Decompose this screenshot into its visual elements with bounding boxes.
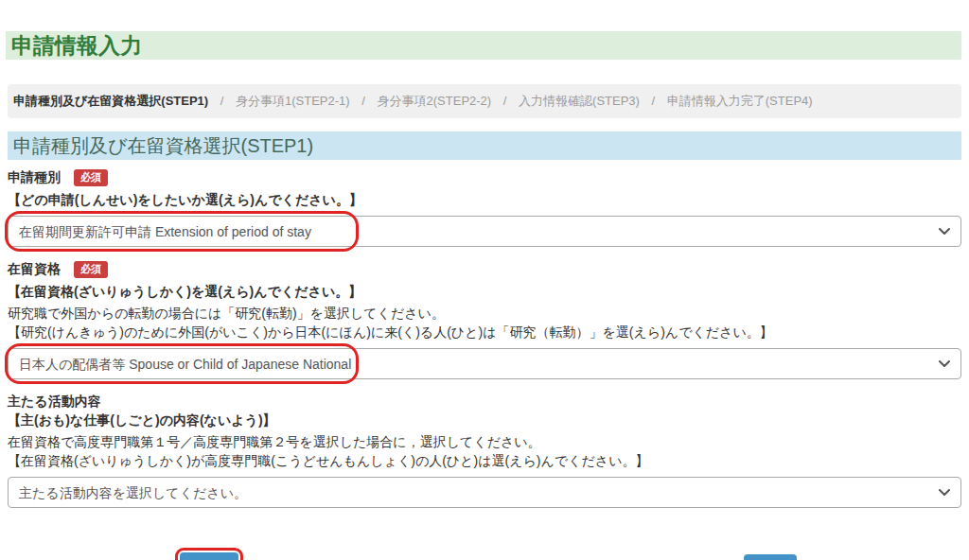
main-activity-note: 在留資格で高度専門職第１号／高度専門職第２号を選択した場合に，選択してください。 — [8, 434, 961, 450]
breadcrumb-separator: / — [503, 94, 507, 108]
field-main-activity: 主たる活動内容 【主(おも)な仕事(しごと)の内容(ないよう)】 在留資格で高度… — [8, 394, 961, 508]
application-info-page: 申請情報入力 申請種別及び在留資格選択(STEP1) / 身分事項1(STEP2… — [0, 31, 969, 560]
main-activity-note-furigana: 【在留資格(ざいりゅうしかく)が高度専門職(こうどせんもんしょく)の人(ひと)は… — [8, 453, 961, 469]
residence-status-select[interactable]: 日本人の配偶者等 Spouse or Child of Japanese Nat… — [8, 348, 961, 379]
breadcrumb-separator: / — [220, 94, 224, 108]
residence-status-note: 研究職で外国からの転勤の場合には「研究(転勤)」を選択してください。 — [8, 306, 961, 322]
breadcrumb-step1: 申請種別及び在留資格選択(STEP1) — [13, 94, 208, 108]
application-type-label: 申請種別 — [8, 169, 61, 186]
residence-status-instruction: 【在留資格(ざいりゅうしかく)を選(えら)んでください。】 — [8, 284, 961, 300]
breadcrumb-separator: / — [361, 94, 365, 108]
breadcrumb-step4: 申請情報入力完了(STEP4) — [667, 94, 813, 108]
residence-status-select-wrap: 日本人の配偶者等 Spouse or Child of Japanese Nat… — [8, 348, 961, 379]
button-row: 入力 戻る — [8, 549, 961, 560]
breadcrumb-step2-2: 身分事項2(STEP2-2) — [378, 94, 492, 108]
required-badge: 必須 — [74, 261, 108, 277]
step-breadcrumb: 申請種別及び在留資格選択(STEP1) / 身分事項1(STEP2-1) / 身… — [8, 84, 961, 118]
application-type-select[interactable]: 在留期間更新許可申請 Extension of period of stay — [8, 216, 961, 247]
page-title: 申請情報入力 — [6, 31, 961, 60]
field-application-type: 申請種別 必須 【どの申請(しんせい)をしたいか選(えら)んでください。】 在留… — [8, 169, 961, 247]
section-heading-step1: 申請種別及び在留資格選択(STEP1) — [8, 131, 961, 160]
back-button[interactable]: 戻る — [744, 554, 797, 560]
input-button[interactable]: 入力 — [180, 552, 238, 560]
input-button-wrap: 入力 — [180, 552, 238, 560]
breadcrumb-step3: 入力情報確認(STEP3) — [519, 94, 640, 108]
breadcrumb-separator: / — [652, 94, 656, 108]
application-type-select-wrap: 在留期間更新許可申請 Extension of period of stay — [8, 216, 961, 247]
residence-status-note-furigana: 【研究(けんきゅう)のために外国(がいこく)から日本(にほん)に来(く)る人(ひ… — [8, 324, 961, 341]
main-activity-instruction: 【主(おも)な仕事(しごと)の内容(ないよう)】 — [8, 412, 961, 429]
main-activity-select-wrap: 主たる活動内容を選択してください。 — [8, 477, 961, 508]
residence-status-label: 在留資格 — [8, 261, 61, 278]
main-activity-select[interactable]: 主たる活動内容を選択してください。 — [8, 477, 961, 508]
required-badge: 必須 — [74, 169, 108, 185]
application-type-instruction: 【どの申請(しんせい)をしたいか選(えら)んでください。】 — [8, 192, 961, 208]
main-activity-label: 主たる活動内容 — [8, 394, 101, 411]
field-residence-status: 在留資格 必須 【在留資格(ざいりゅうしかく)を選(えら)んでください。】 研究… — [8, 261, 961, 379]
breadcrumb-step2-1: 身分事項1(STEP2-1) — [236, 94, 350, 108]
